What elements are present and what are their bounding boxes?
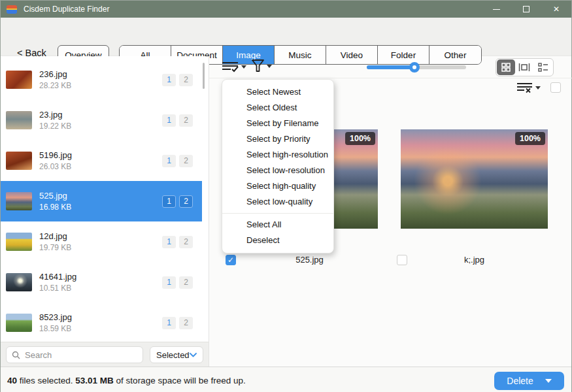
delete-label: Delete xyxy=(507,376,533,386)
close-icon: ✕ xyxy=(553,5,560,13)
file-size: 19.22 KB xyxy=(39,122,162,131)
menu-item-select-high-quality[interactable]: Select high-quality xyxy=(222,178,333,194)
menu-item-select-by-priority[interactable]: Select by Priority xyxy=(222,131,333,147)
file-size: 19.79 KB xyxy=(39,243,162,252)
file-size: 28.23 KB xyxy=(39,81,162,90)
thumbnail-image xyxy=(6,233,32,251)
minimize-button[interactable] xyxy=(481,1,511,18)
selected-filter-dropdown[interactable]: Selected xyxy=(150,346,203,363)
menu-item-deselect[interactable]: Deselect xyxy=(222,233,333,248)
tab-folder[interactable]: Folder xyxy=(378,46,429,64)
tab-music[interactable]: Music xyxy=(275,46,326,64)
menu-separator xyxy=(222,213,333,214)
slider-fill xyxy=(367,65,414,69)
tab-other[interactable]: Other xyxy=(429,46,481,64)
photo-1-filename: 525.jpg xyxy=(241,255,378,265)
file-name: 5196.jpg xyxy=(39,150,162,160)
slider-thumb[interactable] xyxy=(409,62,420,73)
count-badge-2: 2 xyxy=(179,155,193,167)
delete-button[interactable]: Delete xyxy=(494,372,564,390)
list-view-icon xyxy=(538,63,548,72)
status-bar: 40 files selected. 53.01 MB of storage s… xyxy=(1,367,571,392)
select-menu-button[interactable] xyxy=(222,61,246,73)
menu-item-select-newest[interactable]: Select Newest xyxy=(222,84,333,100)
list-item-selected[interactable]: 525.jpg 16.98 KB 1 2 xyxy=(1,181,202,221)
app-window: Cisdem Duplicate Finder ✕ < Back Overvie… xyxy=(0,0,572,392)
photo-1-checkbox[interactable]: ✓ xyxy=(226,255,236,265)
files-selected-count: 40 xyxy=(7,376,17,385)
maximize-icon xyxy=(523,6,530,12)
count-badge-1: 1 xyxy=(162,155,176,167)
file-size: 10.51 KB xyxy=(39,284,162,293)
menu-item-select-low-resolution[interactable]: Select low-resolution xyxy=(222,163,333,178)
sidebar-footer: Selected xyxy=(1,342,209,367)
menu-item-select-oldest[interactable]: Select Oldest xyxy=(222,100,333,116)
deselect-menu-button[interactable] xyxy=(516,82,541,93)
nav-bar: < Back Overview All Document Image Music… xyxy=(1,18,571,56)
sidebar-scrollbar[interactable] xyxy=(203,63,205,89)
count-badge-1: 1 xyxy=(162,114,176,127)
status-text: 40 files selected. 53.01 MB of storage s… xyxy=(7,376,246,385)
view-list-button[interactable] xyxy=(534,59,552,75)
list-item[interactable]: 236.jpg 28.23 KB 1 2 xyxy=(1,59,202,100)
select-all-checkbox[interactable] xyxy=(550,82,561,93)
thumbnail-image xyxy=(6,192,32,210)
app-logo-icon xyxy=(7,5,17,14)
file-size: 18.59 KB xyxy=(39,324,162,333)
select-dropdown-menu: Select Newest Select Oldest Select by Fi… xyxy=(222,79,334,253)
file-name: 525.jpg xyxy=(39,191,162,201)
filter-menu-button[interactable] xyxy=(252,59,272,73)
list-item[interactable]: 5196.jpg 26.03 KB 1 2 xyxy=(1,140,202,181)
view-compare-button[interactable] xyxy=(515,59,533,75)
count-badge-1: 1 xyxy=(162,74,176,86)
list-item[interactable]: 41641.jpg 10.51 KB 1 2 xyxy=(1,262,202,302)
search-icon xyxy=(12,351,20,359)
match-percent-badge: 100% xyxy=(515,132,545,145)
search-box[interactable] xyxy=(6,346,143,363)
funnel-icon xyxy=(252,59,264,73)
close-button[interactable]: ✕ xyxy=(541,1,571,18)
thumbnail-image xyxy=(6,152,32,170)
search-input[interactable] xyxy=(25,350,129,360)
thumbnail-image xyxy=(6,71,32,89)
view-grid-button[interactable] xyxy=(497,59,515,75)
file-name: 23.jpg xyxy=(39,110,162,120)
list-item[interactable]: 12d.jpg 19.79 KB 1 2 xyxy=(1,221,202,262)
grid-view-icon xyxy=(501,63,511,72)
compare-view-icon xyxy=(518,63,530,72)
thumbnail-image xyxy=(6,273,32,291)
minimize-icon xyxy=(493,9,500,10)
file-name: 236.jpg xyxy=(39,69,162,79)
count-badge-1: 1 xyxy=(162,236,176,248)
lines-x-icon xyxy=(516,82,533,93)
title-bar: Cisdem Duplicate Finder ✕ xyxy=(1,1,571,18)
list-item[interactable]: 8523.jpg 18.59 KB 1 2 xyxy=(1,302,202,343)
freed-space-size: 53.01 MB xyxy=(75,376,114,385)
caret-down-icon xyxy=(267,65,272,68)
caret-down-icon xyxy=(241,65,246,69)
delete-dropdown-caret-icon[interactable] xyxy=(545,379,552,383)
duplicate-groups-list: 236.jpg 28.23 KB 1 2 23.jpg 19.22 KB 1 2… xyxy=(1,56,209,342)
count-badge-1: 1 xyxy=(162,195,176,208)
file-name: 8523.jpg xyxy=(39,312,162,322)
photo-2-filename: k;.jpg xyxy=(401,255,548,265)
count-badge-1: 1 xyxy=(162,276,176,289)
count-badge-2: 2 xyxy=(179,276,193,289)
menu-item-select-high-resolution[interactable]: Select high-resolution xyxy=(222,147,333,163)
tab-video[interactable]: Video xyxy=(326,46,378,64)
count-badge-2: 2 xyxy=(179,317,193,329)
menu-item-select-by-filename[interactable]: Select by Filename xyxy=(222,116,333,131)
toolbar-divider xyxy=(209,78,572,78)
menu-item-select-all[interactable]: Select All xyxy=(222,217,333,233)
list-item[interactable]: 23.jpg 19.22 KB 1 2 xyxy=(1,100,202,140)
menu-item-select-low-quality[interactable]: Select low-quality xyxy=(222,194,333,210)
file-name: 41641.jpg xyxy=(39,272,162,282)
duplicate-photo-2[interactable]: 100% xyxy=(401,129,548,229)
thumbnail-image xyxy=(6,111,32,129)
caret-down-icon xyxy=(535,86,541,90)
maximize-button[interactable] xyxy=(511,1,541,18)
thumbnail-size-slider[interactable] xyxy=(367,65,466,69)
count-badge-1: 1 xyxy=(162,317,176,329)
count-badge-2: 2 xyxy=(179,114,193,127)
sidebar-divider xyxy=(209,56,209,367)
